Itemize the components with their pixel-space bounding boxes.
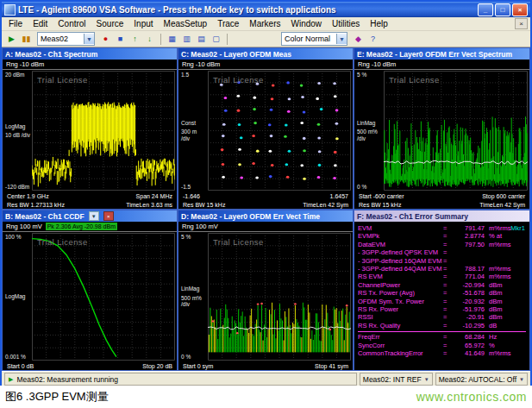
summary-row-value: -51.976: [452, 305, 485, 313]
panel-a-header[interactable]: A: Meas02 - Ch1 Spectrum: [3, 48, 177, 60]
y-top-label: 5 %: [181, 234, 206, 241]
menu-edit[interactable]: Edit: [28, 19, 53, 28]
summary-row-equals: =: [443, 349, 452, 357]
panel-f-header[interactable]: F: Meas02 - Ch1 Error Summary: [354, 210, 529, 222]
summary-row-unit: m%rms: [489, 224, 510, 232]
y-scale-label: 300 m /div: [181, 129, 206, 141]
app-window: LTE - Agilent 89600 VSA Software - Press…: [0, 0, 532, 386]
toolbar-group-extra: ◆?: [351, 33, 380, 46]
panel-b-x-axis: Start 0 dB Stop 20 dB: [3, 361, 177, 370]
autocal-status[interactable]: Meas02: AUTOCAL: Off ▼: [435, 373, 528, 386]
down-arrow-icon[interactable]: ↓: [142, 33, 157, 46]
error-summary-table[interactable]: Mkr1 EVM=791.47m%rmsEVMPk=2.8774% atData…: [354, 222, 529, 370]
y-top-label: 20 dBm: [5, 72, 30, 78]
panel-d-y-axis: 5 % LinMag 500 m% /div 0 %: [178, 232, 207, 361]
marker-icon[interactable]: ◆: [351, 33, 366, 46]
meas-select[interactable]: Meas02 ▼: [37, 32, 95, 46]
maximize-icon[interactable]: □: [495, 3, 510, 16]
restart-icon[interactable]: ▶: [4, 33, 19, 46]
chevron-down-icon[interactable]: ▼: [336, 34, 347, 44]
range-label: Rng -10 dBm: [6, 60, 44, 68]
trace-grid: A: Meas02 - Ch1 Spectrum Rng -10 dBm 20 …: [2, 47, 530, 371]
window-title: LTE - Agilent 89600 VSA Software - Press…: [18, 5, 475, 15]
summary-row-label: OFDM Sym. Tx. Power: [358, 298, 443, 305]
y-bottom-label: 0.001 %: [5, 354, 30, 361]
error-summary-row: - 3GPP-defined 16QAM EVM=: [358, 257, 526, 265]
menu-utilities[interactable]: Utilities: [327, 19, 365, 28]
panel-c-title: C: Meas02 - Layer0 OFDM Meas: [181, 50, 291, 59]
chevron-down-icon[interactable]: ▼: [424, 377, 429, 382]
child-close-icon[interactable]: ×: [515, 18, 528, 29]
summary-row-value: [452, 257, 485, 265]
chevron-down-icon[interactable]: ▼: [519, 377, 524, 382]
y-bottom-label: -1.5: [181, 184, 206, 191]
summary-row-unit: dB: [489, 322, 497, 330]
panel-d-header[interactable]: D: Meas02 - Layer0 OFDM Err Vect Time: [178, 210, 353, 222]
y-scale-label: 500 m% /div: [181, 295, 206, 308]
summary-row-label: FreqErr: [358, 333, 443, 341]
layout-stack-icon[interactable]: ▤: [194, 33, 209, 46]
menu-trace[interactable]: Trace: [212, 19, 244, 28]
toolbar: ▶▮▮ Meas02 ▼ ●■↑↓ ▦▥▤▢ Color Normal ▼ ◆?: [2, 31, 530, 47]
error-summary-row: RSSI=-20.91dBm: [358, 313, 526, 321]
error-summary-row: RS EVM=771.04m%rms: [358, 273, 526, 280]
minimize-icon[interactable]: _: [478, 3, 493, 16]
reference-status[interactable]: Meas02: INT REF ▼: [360, 373, 433, 386]
summary-row-label: RSSI: [358, 313, 443, 321]
help-icon[interactable]: ?: [366, 33, 380, 46]
panel-c-info: Res BW 15 kHz TimeLen 42 Sym: [178, 200, 353, 209]
ccdf-plot[interactable]: Trial License: [31, 232, 177, 361]
menu-file[interactable]: File: [3, 19, 28, 28]
summary-row-unit: dBm: [489, 313, 502, 321]
menu-window[interactable]: Window: [285, 19, 327, 28]
menu-source[interactable]: Source: [91, 19, 129, 28]
summary-row-value: -51.678: [452, 289, 485, 297]
summary-row-value: 41.649: [452, 349, 485, 357]
panel-err-vect-spectrum: E: Meas02 - Layer0 OFDM Err Vect Spectru…: [354, 47, 530, 210]
summary-row-unit: dBm: [489, 298, 502, 305]
panel-e-header[interactable]: E: Meas02 - Layer0 OFDM Err Vect Spectru…: [354, 48, 529, 60]
error-summary-row: FreqErr=68.284Hz: [358, 331, 526, 341]
pause-icon[interactable]: ▮▮: [19, 33, 34, 46]
menu-bar: FileEditControlSourceInputMeasSetupTrace…: [2, 17, 530, 31]
stop-icon[interactable]: ■: [113, 33, 128, 46]
trace-menu-icon[interactable]: ▼: [89, 211, 99, 221]
trace-close-icon[interactable]: ×: [103, 211, 114, 221]
panel-c-header[interactable]: C: Meas02 - Layer0 OFDM Meas: [178, 48, 353, 60]
panel-e-range: Rng -10 dBm: [354, 60, 529, 70]
toolbar-separator: [227, 34, 228, 45]
summary-row-unit: %: [489, 342, 495, 349]
layout-grid-icon[interactable]: ▦: [165, 33, 179, 46]
up-arrow-icon[interactable]: ↑: [128, 33, 142, 46]
record-icon[interactable]: ●: [98, 33, 113, 46]
figure-caption: 图6 .3GPP EVM测量 www.cntronics.com: [0, 386, 532, 408]
panel-c-range: Rng -10 dBm: [178, 60, 353, 70]
color-select[interactable]: Color Normal ▼: [281, 32, 347, 46]
y-scale-label: 10 dB /div: [5, 132, 30, 139]
summary-row-label: ChannelPower: [358, 281, 443, 289]
panel-a-y-axis: 20 dBm LogMag 10 dB /div -120 dBm: [3, 70, 31, 191]
err-vect-spectrum-plot[interactable]: Trial License: [383, 70, 529, 191]
menu-markers[interactable]: Markers: [244, 19, 285, 28]
panel-ch1-spectrum: A: Meas02 - Ch1 Spectrum Rng -10 dBm 20 …: [2, 47, 178, 210]
layout-split-icon[interactable]: ▥: [179, 33, 194, 46]
trial-license-watermark: Trial License: [389, 75, 440, 85]
layout-single-icon[interactable]: ▢: [209, 33, 223, 46]
constellation-plot[interactable]: Trial License: [207, 70, 353, 191]
spectrum-plot[interactable]: Trial License: [31, 70, 177, 191]
summary-row-equals: =: [443, 273, 452, 280]
error-summary-row: EVMPk=2.8774% at: [358, 232, 526, 240]
panel-b-header[interactable]: B: Meas02 - Ch1 CCDF ▼ ×: [3, 210, 177, 222]
title-bar[interactable]: LTE - Agilent 89600 VSA Software - Press…: [2, 2, 530, 17]
err-vect-time-plot[interactable]: Trial License: [207, 232, 353, 361]
menu-input[interactable]: Input: [128, 19, 158, 28]
menu-meassetup[interactable]: MeasSetup: [159, 19, 213, 28]
menu-control[interactable]: Control: [53, 19, 91, 28]
close-icon[interactable]: ×: [512, 3, 528, 16]
timelen-label: TimeLen 42 Sym: [303, 202, 348, 208]
summary-row-equals: =: [443, 289, 452, 297]
chevron-down-icon[interactable]: ▼: [84, 34, 94, 44]
summary-row-label: - 3GPP-defined QPSK EVM: [358, 248, 443, 256]
panel-d-x-axis: Start 0 sym Stop 41 sym: [178, 361, 353, 370]
menu-help[interactable]: Help: [365, 19, 393, 28]
